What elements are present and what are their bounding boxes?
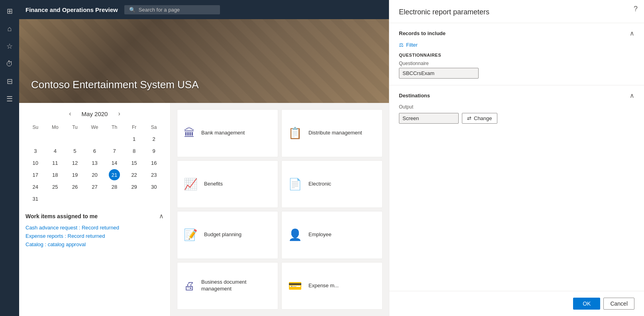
help-icon[interactable]: ? (634, 5, 638, 13)
right-panel: ? Electronic report parameters Records t… (389, 0, 644, 316)
calendar-day[interactable]: 2 (148, 133, 159, 144)
calendar-day[interactable]: 24 (30, 181, 41, 192)
questionnaire-field-label: Questionnaire (399, 61, 634, 66)
tiles-panel: 🏛Bank management📋Distribute management📈B… (171, 103, 389, 316)
calendar-day[interactable]: 15 (129, 157, 140, 168)
work-item-link[interactable]: Expense reports : Record returned (26, 233, 164, 239)
calendar-day[interactable]: 19 (69, 169, 80, 180)
ok-button[interactable]: OK (573, 298, 600, 310)
calendar-days: 1234567891011121314151617181920212223242… (26, 133, 164, 204)
calendar-day[interactable]: 13 (89, 157, 100, 168)
calendar-month-year: May 2020 (82, 111, 108, 117)
work-items-list: Cash advance request : Record returnedEx… (26, 225, 164, 247)
tile-expense-icon: 💳 (288, 279, 302, 292)
calendar-day[interactable]: 1 (129, 133, 140, 144)
destinations-collapse-button[interactable]: ∧ (630, 92, 634, 99)
workspaces-icon[interactable]: ⊟ (2, 73, 18, 89)
banner: Contoso Entertainment System USA (19, 19, 389, 103)
main-area: Finance and Operations Preview 🔍 Search … (19, 0, 389, 316)
calendar-day[interactable]: 12 (69, 157, 80, 168)
calendar-day[interactable]: 16 (148, 157, 159, 168)
calendar-day[interactable]: 18 (49, 169, 61, 180)
banner-company-name: Contoso Entertainment System USA (31, 79, 199, 91)
output-row: ⇄ Change (399, 113, 634, 124)
cancel-button[interactable]: Cancel (603, 298, 634, 310)
tile-benefits-label: Benefits (204, 181, 223, 188)
favorites-icon[interactable]: ☆ (2, 38, 18, 54)
search-icon: 🔍 (129, 7, 135, 13)
calendar-next-button[interactable]: › (116, 109, 122, 118)
tile-expense[interactable]: 💳Expense m... (281, 262, 383, 310)
app-title: Finance and Operations Preview (26, 6, 118, 13)
work-item-link[interactable]: Catalog : catalog approval (26, 241, 164, 247)
calendar-day[interactable]: 17 (30, 169, 41, 180)
tile-budget-label: Budget planning (204, 231, 242, 238)
tile-distribute[interactable]: 📋Distribute management (281, 109, 383, 157)
home-icon[interactable]: ⌂ (2, 21, 18, 37)
recent-icon[interactable]: ⏱ (2, 56, 18, 72)
tile-employee[interactable]: 👤Employee (281, 211, 383, 259)
tile-bank-icon: 🏛 (184, 126, 195, 140)
tile-electronic-label: Electronic (308, 181, 331, 188)
calendar-day[interactable]: 20 (89, 169, 100, 180)
output-input[interactable] (399, 113, 459, 124)
calendar-day[interactable]: 14 (109, 157, 120, 168)
calendar-day[interactable]: 11 (49, 157, 61, 168)
nav-sidebar: ⊞ ⌂ ☆ ⏱ ⊟ ☰ (0, 0, 19, 316)
calendar-day[interactable]: 23 (148, 169, 159, 180)
tile-business-doc[interactable]: 🖨Business document management (177, 262, 278, 310)
questionnaires-label: QUESTIONNAIRES (399, 53, 634, 57)
panel-footer: OK Cancel (389, 291, 644, 316)
calendar-day[interactable]: 6 (89, 145, 100, 156)
calendar-day[interactable]: 3 (30, 145, 41, 156)
calendar-day[interactable]: 8 (129, 145, 140, 156)
tile-benefits[interactable]: 📈Benefits (177, 160, 278, 208)
tile-employee-icon: 👤 (288, 228, 302, 241)
work-items-collapse-button[interactable]: ∧ (159, 212, 164, 220)
calendar-day[interactable]: 27 (89, 181, 100, 192)
calendar-day[interactable]: 4 (49, 145, 61, 156)
left-panel: ‹ May 2020 › Su Mo Tu We Th Fr Sa 123456… (19, 103, 171, 316)
tile-distribute-label: Distribute management (308, 130, 362, 136)
calendar-day[interactable]: 31 (30, 193, 41, 204)
calendar-day[interactable]: 21 (109, 169, 120, 180)
tile-bank[interactable]: 🏛Bank management (177, 109, 278, 157)
filter-label: Filter (406, 42, 418, 48)
grid-icon[interactable]: ⊞ (2, 3, 18, 19)
tile-bank-label: Bank management (201, 130, 245, 136)
calendar-day[interactable]: 29 (129, 181, 140, 192)
search-placeholder: Search for a page (139, 7, 180, 13)
tile-expense-label: Expense m... (308, 282, 339, 289)
calendar-day[interactable]: 30 (148, 181, 159, 192)
tile-business-doc-label: Business document management (201, 279, 271, 292)
work-items-header: Work items assigned to me ∧ (26, 212, 164, 220)
modules-icon[interactable]: ☰ (2, 91, 18, 107)
change-button[interactable]: ⇄ Change (462, 113, 497, 124)
calendar-day[interactable]: 26 (69, 181, 80, 192)
output-field-label: Output (399, 104, 634, 110)
calendar-day[interactable]: 28 (109, 181, 120, 192)
calendar-prev-button[interactable]: ‹ (67, 109, 73, 118)
filter-icon: ⚖ (399, 42, 404, 48)
questionnaire-input[interactable] (399, 68, 479, 79)
calendar-day[interactable]: 5 (69, 145, 80, 156)
calendar-day[interactable]: 7 (109, 145, 120, 156)
calendar-day[interactable]: 22 (129, 169, 140, 180)
tile-budget-icon: 📝 (184, 228, 198, 241)
tile-employee-label: Employee (308, 231, 332, 238)
dashboard-content: ‹ May 2020 › Su Mo Tu We Th Fr Sa 123456… (19, 103, 389, 316)
search-bar[interactable]: 🔍 Search for a page (124, 5, 220, 14)
calendar-day[interactable]: 10 (30, 157, 41, 168)
change-label: Change (474, 115, 492, 121)
calendar-day-headers: Su Mo Tu We Th Fr Sa (26, 123, 164, 132)
destinations-section: Destinations ∧ Output ⇄ Change (389, 85, 644, 130)
tile-budget[interactable]: 📝Budget planning (177, 211, 278, 259)
tile-electronic[interactable]: 📄Electronic (281, 160, 383, 208)
records-collapse-button[interactable]: ∧ (630, 30, 634, 37)
filter-link[interactable]: ⚖ Filter (399, 42, 634, 48)
calendar-day[interactable]: 25 (49, 181, 61, 192)
panel-title: Electronic report parameters (399, 8, 634, 16)
change-icon: ⇄ (467, 115, 471, 121)
calendar-day[interactable]: 9 (148, 145, 159, 156)
work-item-link[interactable]: Cash advance request : Record returned (26, 225, 164, 231)
